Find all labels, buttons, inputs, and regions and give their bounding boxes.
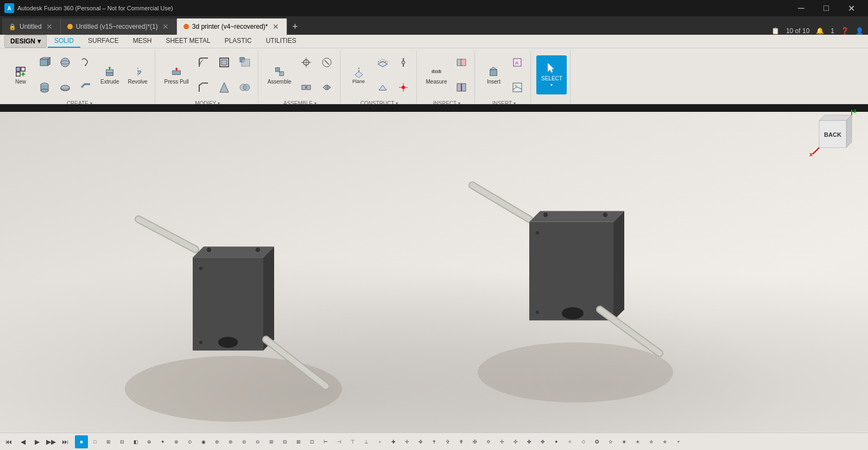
display-mode-13[interactable]: ⊜ (238, 435, 251, 448)
display-mode-26[interactable]: ✜ (414, 435, 427, 448)
display-mode-6[interactable]: ⊕ (143, 435, 156, 448)
insert-derive-button[interactable]: Insert (480, 55, 506, 94)
display-mode-15[interactable]: ⊞ (265, 435, 278, 448)
display-mode-16[interactable]: ⊟ (278, 435, 292, 448)
point-button[interactable] (394, 75, 413, 99)
shell-button[interactable] (214, 50, 234, 74)
measure-button[interactable]: Measure (422, 55, 451, 94)
display-mode-41[interactable]: ✬ (618, 435, 631, 448)
tab-surface[interactable]: SURFACE (81, 35, 125, 48)
fillet-button[interactable] (194, 50, 213, 74)
tab-3dprinter[interactable]: 3d printer (v4~recovered)* ✕ (177, 18, 287, 35)
minimize-button[interactable]: ─ (789, 0, 814, 16)
display-mode-3[interactable]: ⊞ (102, 435, 115, 448)
canvas-button[interactable] (508, 75, 527, 99)
display-mode-29[interactable]: ✟ (455, 435, 468, 448)
tab-close-3dprinter[interactable]: ✕ (271, 22, 280, 31)
display-mode-21[interactable]: ⊤ (346, 435, 359, 448)
display-mode-11[interactable]: ⊚ (211, 435, 224, 448)
coil-button[interactable] (76, 50, 96, 74)
display-mode-12[interactable]: ⊛ (224, 435, 237, 448)
display-mode-4[interactable]: ⊟ (116, 435, 129, 448)
tab-untitled-v15[interactable]: Untitled (v15~recovered)*(1) ✕ (61, 18, 177, 35)
help-icon[interactable]: ❓ (841, 27, 849, 35)
tab-mesh[interactable]: MESH (126, 35, 159, 48)
display-mode-25[interactable]: ✛ (401, 435, 414, 448)
tab-add-button[interactable]: + (287, 18, 303, 35)
display-mode-33[interactable]: ✣ (509, 435, 522, 448)
display-mode-31[interactable]: ✡ (482, 435, 495, 448)
motion-link-button[interactable] (317, 75, 337, 99)
section-analysis-button[interactable] (452, 75, 471, 99)
display-mode-38[interactable]: ✩ (577, 435, 590, 448)
tab-close-untitled[interactable]: ✕ (45, 22, 54, 31)
display-mode-19[interactable]: ⊢ (319, 435, 332, 448)
prev-frame-button[interactable]: ◀ (16, 435, 29, 448)
close-button[interactable]: ✕ (839, 0, 864, 16)
display-mode-9[interactable]: ⊙ (183, 435, 197, 448)
chamfer-button[interactable] (194, 75, 213, 99)
sphere-button[interactable] (55, 50, 75, 74)
assemble-main-button[interactable]: Assemble (264, 55, 295, 94)
display-mode-28[interactable]: ✞ (441, 435, 454, 448)
scale-button[interactable] (235, 50, 255, 74)
play-button[interactable]: ▶ (30, 435, 43, 448)
offset-plane-button[interactable] (373, 50, 392, 74)
rigid-group-button[interactable] (296, 75, 316, 99)
display-mode-36[interactable]: ✦ (550, 435, 563, 448)
viewcube[interactable]: BACK Z X (808, 110, 857, 159)
extrude-button[interactable]: Extrude (97, 55, 123, 94)
select-button[interactable]: SELECT ▾ (536, 55, 567, 94)
display-mode-39[interactable]: ✪ (591, 435, 604, 448)
display-mode-2[interactable]: □ (88, 435, 102, 448)
construct-plane-button[interactable]: Plane (346, 55, 372, 94)
display-mode-35[interactable]: ✥ (536, 435, 549, 448)
display-mode-5[interactable]: ◧ (129, 435, 142, 448)
tab-plastic[interactable]: PLASTIC (218, 35, 258, 48)
pipe-button[interactable] (76, 75, 96, 99)
tab-utilities[interactable]: UTILITIES (259, 35, 303, 48)
user-icon[interactable]: 👤 (856, 27, 864, 35)
display-mode-24[interactable]: ✚ (387, 435, 400, 448)
display-mode-17[interactable]: ⊠ (292, 435, 305, 448)
cylinder-button[interactable] (35, 75, 54, 99)
viewport[interactable]: BACK Z X (0, 104, 868, 433)
display-mode-8[interactable]: ⊗ (170, 435, 183, 448)
design-dropdown[interactable]: DESIGN ▾ (4, 35, 47, 48)
display-mode-43[interactable]: ✮ (645, 435, 658, 448)
display-mode-10[interactable]: ◉ (197, 435, 210, 448)
maximize-button[interactable]: □ (814, 0, 839, 16)
interference-button[interactable] (452, 50, 471, 74)
decal-button[interactable]: A (508, 50, 527, 74)
display-mode-23[interactable]: ⋆ (373, 435, 387, 448)
new-component-button[interactable]: New (8, 55, 34, 94)
next-frame-button[interactable]: ▶▶ (45, 435, 58, 448)
torus-button[interactable] (55, 75, 75, 99)
display-mode-45[interactable]: + (672, 435, 685, 448)
tab-sheet-metal[interactable]: SHEET METAL (159, 35, 217, 48)
display-mode-27[interactable]: ✝ (428, 435, 441, 448)
draft-button[interactable] (214, 75, 234, 99)
display-mode-18[interactable]: ⊡ (306, 435, 319, 448)
axis-button[interactable] (394, 50, 413, 74)
display-mode-40[interactable]: ✫ (604, 435, 617, 448)
tab-close-v15[interactable]: ✕ (161, 22, 170, 31)
press-pull-button[interactable]: Press Pull (161, 55, 193, 94)
as-built-joint-button[interactable] (317, 50, 337, 74)
display-mode-32[interactable]: ✢ (496, 435, 509, 448)
display-mode-22[interactable]: ⊥ (360, 435, 373, 448)
display-mode-14[interactable]: ⊝ (251, 435, 264, 448)
last-frame-button[interactable]: ⏭ (59, 435, 72, 448)
revolve-button[interactable]: Revolve (124, 55, 151, 94)
joint-button[interactable] (296, 50, 316, 74)
display-mode-30[interactable]: ✠ (468, 435, 481, 448)
display-mode-1[interactable]: ■ (75, 435, 88, 448)
combine-button[interactable] (235, 75, 255, 99)
plane-angle-button[interactable] (373, 75, 392, 99)
display-mode-37[interactable]: ✧ (563, 435, 576, 448)
first-frame-button[interactable]: ⏮ (2, 435, 15, 448)
display-mode-42[interactable]: ✭ (631, 435, 644, 448)
box-button[interactable] (35, 50, 54, 74)
display-mode-34[interactable]: ✤ (523, 435, 536, 448)
tab-solid[interactable]: SOLID (48, 35, 80, 48)
